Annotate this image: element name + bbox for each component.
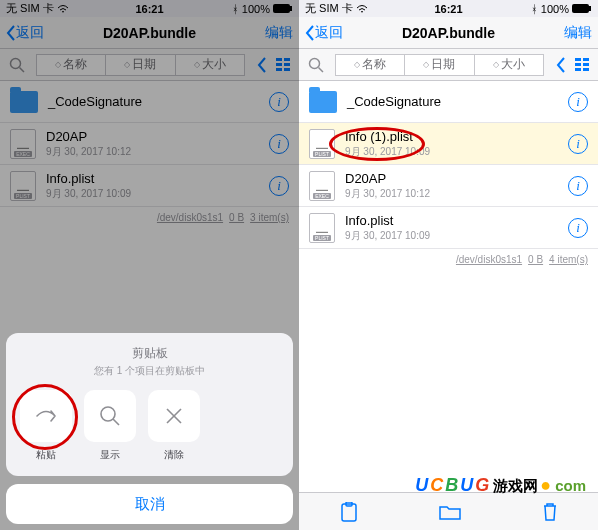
toolbar: ◇名称 ◇日期 ◇大小	[299, 49, 598, 81]
phone-left: 无 SIM 卡 16:21 ᚼ100% 返回 D20AP.bundle 编辑 ◇…	[0, 0, 299, 530]
cancel-button[interactable]: 取消	[6, 484, 293, 524]
file-date: 9月 30, 2017 10:09	[46, 187, 269, 201]
status-bar: 无 SIM 卡 16:21 ᚼ100%	[299, 0, 598, 17]
plist-file-icon: ▬▬▬PLIST	[309, 213, 335, 243]
svg-rect-9	[284, 68, 290, 71]
sort-date[interactable]: ◇日期	[405, 54, 473, 76]
exec-file-icon: ▬▬▬EXEC	[10, 129, 36, 159]
info-icon[interactable]: i	[269, 176, 289, 196]
svg-rect-7	[284, 63, 290, 66]
svg-rect-23	[583, 68, 589, 71]
file-name: _CodeSignature	[347, 94, 568, 109]
file-row[interactable]: ▬▬▬PLISTInfo.plist9月 30, 2017 10:09i	[0, 165, 299, 207]
plist-file-icon: ▬▬▬PLIST	[10, 171, 36, 201]
info-icon[interactable]: i	[568, 218, 588, 238]
tab-clipboard-icon[interactable]	[340, 502, 358, 522]
svg-point-2	[11, 58, 21, 68]
file-date: 9月 30, 2017 10:12	[345, 187, 568, 201]
magnify-icon	[99, 405, 121, 427]
info-icon[interactable]: i	[568, 176, 588, 196]
nav-left-icon[interactable]	[550, 54, 572, 76]
action-sheet: 剪贴板 您有 1 个项目在剪贴板中 粘贴 显示 清除 取消	[6, 333, 293, 524]
clear-action[interactable]: 清除	[148, 390, 200, 462]
svg-rect-4	[276, 58, 282, 61]
info-icon[interactable]: i	[269, 92, 289, 112]
nav-left-icon[interactable]	[251, 54, 273, 76]
list-footer: /dev/disk0s1s10 B3 item(s)	[0, 207, 299, 228]
back-button[interactable]: 返回	[305, 24, 343, 42]
file-name: D20AP	[46, 129, 269, 144]
info-icon[interactable]: i	[269, 134, 289, 154]
page-title: D20AP.bundle	[299, 25, 598, 41]
sort-name[interactable]: ◇名称	[36, 54, 106, 76]
tab-bar	[299, 492, 598, 530]
exec-file-icon: ▬▬▬EXEC	[309, 171, 335, 201]
sheet-title: 剪贴板	[16, 345, 283, 362]
file-row[interactable]: ▬▬▬EXECD20AP9月 30, 2017 10:12i	[0, 123, 299, 165]
nav-bar: 返回 D20AP.bundle 编辑	[0, 17, 299, 49]
file-row[interactable]: ▬▬▬PLISTInfo.plist9月 30, 2017 10:09i	[299, 207, 598, 249]
folder-icon	[309, 91, 337, 113]
edit-button[interactable]: 编辑	[564, 24, 592, 42]
page-title: D20AP.bundle	[0, 25, 299, 41]
view-grid-icon[interactable]	[273, 54, 295, 76]
svg-line-11	[113, 419, 119, 425]
search-button[interactable]	[4, 54, 30, 76]
info-icon[interactable]: i	[568, 134, 588, 154]
clock: 16:21	[299, 3, 598, 15]
share-icon	[34, 405, 58, 427]
svg-rect-19	[583, 58, 589, 61]
svg-rect-21	[583, 63, 589, 66]
svg-rect-22	[575, 68, 581, 71]
edit-button[interactable]: 编辑	[265, 24, 293, 42]
file-name: D20AP	[345, 171, 568, 186]
svg-rect-5	[284, 58, 290, 61]
sort-date[interactable]: ◇日期	[106, 54, 174, 76]
back-button[interactable]: 返回	[6, 24, 44, 42]
svg-rect-18	[575, 58, 581, 61]
phone-right: 无 SIM 卡 16:21 ᚼ100% 返回 D20AP.bundle 编辑 ◇…	[299, 0, 598, 530]
nav-bar: 返回 D20AP.bundle 编辑	[299, 17, 598, 49]
svg-point-10	[101, 407, 115, 421]
svg-rect-8	[276, 68, 282, 71]
svg-point-16	[310, 58, 320, 68]
file-list: _CodeSignaturei▬▬▬PLISTInfo (1).plist9月 …	[299, 81, 598, 492]
status-bar: 无 SIM 卡 16:21 ᚼ100%	[0, 0, 299, 17]
file-row[interactable]: ▬▬▬PLISTInfo (1).plist9月 30, 2017 10:09i	[299, 123, 598, 165]
paste-action[interactable]: 粘贴	[20, 390, 72, 462]
list-footer: /dev/disk0s1s10 B4 item(s)	[299, 249, 598, 270]
file-name: Info (1).plist	[345, 129, 568, 144]
svg-rect-6	[276, 63, 282, 66]
plist-file-icon: ▬▬▬PLIST	[309, 129, 335, 159]
sheet-subtitle: 您有 1 个项目在剪贴板中	[16, 364, 283, 378]
x-icon	[164, 406, 184, 426]
tab-folder-icon[interactable]	[439, 504, 461, 520]
folder-icon	[10, 91, 38, 113]
sort-size[interactable]: ◇大小	[474, 54, 544, 76]
tab-trash-icon[interactable]	[542, 502, 558, 522]
file-date: 9月 30, 2017 10:09	[345, 145, 568, 159]
svg-rect-20	[575, 63, 581, 66]
sort-size[interactable]: ◇大小	[175, 54, 245, 76]
file-name: Info.plist	[345, 213, 568, 228]
file-row[interactable]: _CodeSignaturei	[0, 81, 299, 123]
paste-label: 粘贴	[36, 448, 56, 462]
view-grid-icon[interactable]	[572, 54, 594, 76]
clear-label: 清除	[164, 448, 184, 462]
show-label: 显示	[100, 448, 120, 462]
svg-line-3	[20, 67, 25, 72]
clock: 16:21	[0, 3, 299, 15]
search-button[interactable]	[303, 54, 329, 76]
file-name: _CodeSignature	[48, 94, 269, 109]
file-row[interactable]: _CodeSignaturei	[299, 81, 598, 123]
file-name: Info.plist	[46, 171, 269, 186]
file-date: 9月 30, 2017 10:12	[46, 145, 269, 159]
show-action[interactable]: 显示	[84, 390, 136, 462]
sort-name[interactable]: ◇名称	[335, 54, 405, 76]
svg-line-17	[319, 67, 324, 72]
file-date: 9月 30, 2017 10:09	[345, 229, 568, 243]
toolbar: ◇名称 ◇日期 ◇大小	[0, 49, 299, 81]
info-icon[interactable]: i	[568, 92, 588, 112]
file-row[interactable]: ▬▬▬EXECD20AP9月 30, 2017 10:12i	[299, 165, 598, 207]
